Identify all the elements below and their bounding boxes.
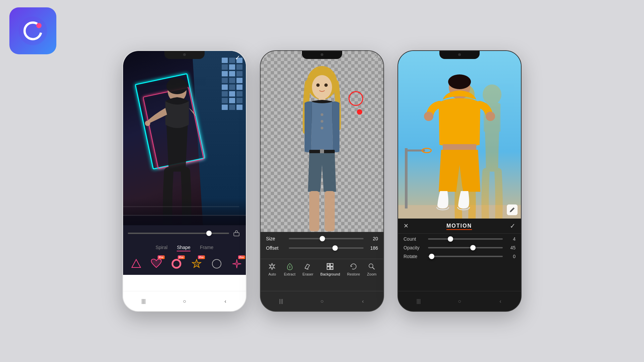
phone1-bottom-nav: ||| ○ ‹ bbox=[123, 291, 246, 311]
size-label: Size bbox=[266, 236, 286, 241]
count-slider-thumb[interactable] bbox=[448, 236, 453, 242]
phone1-slider[interactable] bbox=[128, 233, 229, 234]
pro-badge-star: Pro bbox=[198, 255, 205, 259]
background-label: Background bbox=[320, 272, 340, 276]
phone2-home-btn[interactable]: ○ bbox=[317, 296, 327, 306]
tab-frame[interactable]: Frame bbox=[200, 244, 213, 251]
phone3-menu-btn[interactable]: ||| bbox=[414, 296, 424, 306]
brush-dot bbox=[357, 109, 362, 115]
basketball-pole bbox=[405, 148, 408, 208]
phone1-content: ✓ bbox=[123, 51, 246, 291]
phone3-bottom-nav: ||| ○ ‹ bbox=[398, 291, 521, 311]
phone2-controls: Size 20 Offset 186 bbox=[261, 232, 383, 259]
offset-slider[interactable] bbox=[289, 247, 364, 249]
svg-point-8 bbox=[212, 259, 221, 268]
count-slider[interactable] bbox=[428, 238, 503, 240]
tab-spiral[interactable]: Spiral bbox=[156, 244, 168, 251]
svg-rect-19 bbox=[309, 191, 319, 231]
svg-rect-6 bbox=[234, 233, 239, 236]
shape-star[interactable]: Pro bbox=[188, 255, 205, 272]
svg-point-15 bbox=[321, 120, 323, 123]
phone3-controls: Count 4 Opacity 45 Rotate bbox=[398, 234, 521, 265]
person3-main-svg bbox=[409, 64, 510, 219]
count-value: 4 bbox=[505, 236, 516, 242]
phone2-content: ‹ ✓ bbox=[261, 51, 383, 291]
phone2-image bbox=[261, 51, 383, 232]
count-label: Count bbox=[404, 236, 425, 242]
svg-point-16 bbox=[321, 127, 323, 129]
svg-point-4 bbox=[166, 78, 188, 94]
phone2-back[interactable]: ‹ bbox=[266, 54, 269, 63]
tab-shape[interactable]: Shape bbox=[177, 244, 190, 251]
shape-circle-outline[interactable] bbox=[208, 255, 225, 272]
tool-restore[interactable]: Restore bbox=[347, 262, 360, 276]
phone1-home-btn[interactable]: ○ bbox=[179, 296, 190, 306]
size-control-row: Size 20 bbox=[266, 236, 378, 241]
zoom-icon bbox=[367, 262, 376, 271]
phone1-back-btn[interactable]: ‹ bbox=[220, 296, 230, 306]
rotate-slider[interactable] bbox=[428, 256, 503, 257]
opacity-label: Opacity bbox=[404, 245, 425, 250]
shape-sparkle[interactable]: Pro bbox=[228, 255, 245, 272]
svg-point-11 bbox=[316, 83, 320, 87]
opacity-slider[interactable] bbox=[428, 247, 503, 248]
phone3-back-btn[interactable]: ‹ bbox=[495, 296, 505, 306]
svg-rect-24 bbox=[330, 267, 333, 269]
offset-value: 186 bbox=[366, 245, 378, 251]
phone2-notch bbox=[302, 51, 342, 59]
phone1-check[interactable]: ✓ bbox=[235, 54, 240, 62]
svg-point-10 bbox=[312, 75, 332, 99]
eraser-icon[interactable] bbox=[232, 229, 241, 238]
tool-zoom[interactable]: Zoom bbox=[367, 262, 376, 276]
svg-point-31 bbox=[424, 112, 433, 121]
svg-point-25 bbox=[369, 264, 373, 268]
tool-auto[interactable]: Auto bbox=[267, 262, 277, 276]
shape-heart[interactable]: Pro bbox=[148, 255, 165, 272]
rotate-slider-thumb[interactable] bbox=[429, 254, 434, 259]
svg-rect-20 bbox=[325, 191, 335, 231]
phone1-image bbox=[123, 51, 246, 225]
svg-point-0 bbox=[18, 16, 47, 45]
phone1-slider-row bbox=[128, 229, 241, 238]
phone3-home-btn[interactable]: ○ bbox=[454, 296, 465, 306]
phone2-toolbar: Auto Extract bbox=[261, 259, 383, 279]
opacity-value: 45 bbox=[505, 245, 516, 250]
phone3-x-btn[interactable]: ✕ bbox=[404, 222, 409, 230]
phone2-back-btn[interactable]: ‹ bbox=[358, 296, 368, 306]
shape-circle-ring[interactable]: Pro bbox=[168, 255, 185, 272]
phone3-content: ✕ MOTION ✓ Count 4 Opacity bbox=[398, 51, 521, 291]
svg-point-7 bbox=[172, 260, 180, 268]
svg-point-2 bbox=[36, 23, 42, 28]
phone2-check[interactable]: ✓ bbox=[372, 54, 378, 62]
building-windows bbox=[222, 58, 243, 110]
tool-extract[interactable]: Extract bbox=[284, 262, 295, 276]
tool-background[interactable]: Background bbox=[320, 262, 340, 276]
phone3-check-btn[interactable]: ✓ bbox=[510, 222, 516, 230]
pro-badge-ring: Pro bbox=[178, 255, 185, 259]
offset-slider-thumb[interactable] bbox=[332, 245, 338, 251]
count-control-row: Count 4 bbox=[404, 236, 516, 242]
size-slider-thumb[interactable] bbox=[320, 236, 325, 241]
phone3-notch bbox=[439, 51, 480, 59]
opacity-slider-thumb[interactable] bbox=[470, 245, 476, 250]
restore-icon bbox=[349, 262, 358, 271]
app-icon[interactable] bbox=[9, 7, 56, 54]
main-scene: ✓ bbox=[0, 0, 644, 362]
phone1-menu-btn[interactable]: ||| bbox=[139, 296, 149, 306]
phone1-slider-thumb[interactable] bbox=[206, 231, 212, 236]
pro-badge-heart: Pro bbox=[158, 255, 165, 259]
rotate-label: Rotate bbox=[404, 254, 425, 259]
rotate-value: 0 bbox=[505, 254, 516, 259]
eraser-tool-btn[interactable] bbox=[507, 204, 518, 215]
svg-point-5 bbox=[145, 121, 150, 126]
svg-point-14 bbox=[321, 113, 323, 116]
size-value: 20 bbox=[366, 236, 378, 241]
phone1-notch bbox=[164, 51, 205, 59]
svg-rect-23 bbox=[327, 267, 330, 269]
size-slider[interactable] bbox=[289, 238, 364, 239]
person2-svg bbox=[282, 64, 362, 232]
tool-eraser[interactable]: Eraser bbox=[303, 262, 313, 276]
svg-point-29 bbox=[448, 74, 471, 89]
shape-triangle[interactable] bbox=[128, 255, 145, 272]
phone2-menu-btn[interactable]: ||| bbox=[276, 296, 286, 306]
